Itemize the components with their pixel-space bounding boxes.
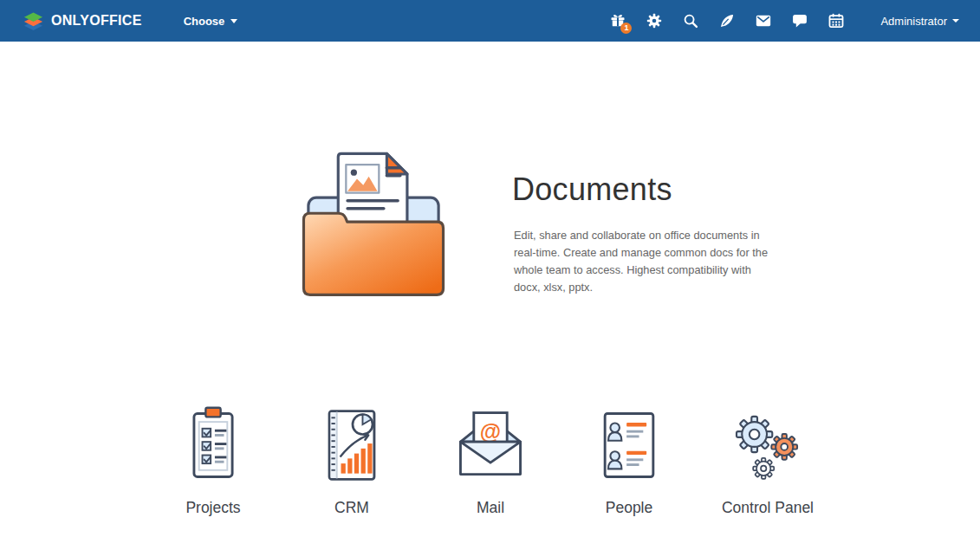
- module-label: CRM: [334, 499, 369, 517]
- control-panel-icon: [726, 404, 809, 487]
- module-control-panel[interactable]: Control Panel: [704, 404, 832, 517]
- talk-button[interactable]: [790, 12, 808, 30]
- mail-module-icon: @: [449, 404, 532, 487]
- module-mail[interactable]: @ Mail: [426, 404, 555, 517]
- mail-icon: [755, 12, 772, 29]
- module-title[interactable]: Documents: [512, 171, 772, 208]
- top-navbar: ONLYOFFICE Choose 1: [0, 0, 980, 42]
- feed-button[interactable]: [717, 12, 736, 30]
- documents-hero: Documents Edit, share and collaborate on…: [299, 149, 772, 306]
- gift-button[interactable]: 1: [608, 12, 626, 30]
- search-icon: [682, 12, 699, 29]
- user-name: Administrator: [880, 15, 947, 28]
- choose-label: Choose: [184, 15, 225, 28]
- module-label: Projects: [185, 499, 240, 517]
- chat-icon: [791, 12, 808, 29]
- module-label: Control Panel: [722, 499, 814, 517]
- choose-dropdown[interactable]: Choose: [184, 15, 238, 28]
- user-menu[interactable]: Administrator: [880, 15, 959, 28]
- brand-name: ONLYOFFICE: [51, 13, 142, 29]
- navbar-right: 1: [608, 12, 959, 30]
- module-label: People: [606, 499, 653, 517]
- feed-icon: [718, 12, 736, 29]
- settings-button[interactable]: [645, 12, 663, 30]
- modules-nav: Projects: [149, 404, 832, 517]
- projects-icon: [172, 404, 255, 487]
- chevron-down-icon: [230, 19, 237, 23]
- calendar-icon: [827, 12, 845, 29]
- people-icon: [587, 404, 671, 487]
- module-description: Edit, share and collaborate on office do…: [514, 227, 772, 296]
- crm-icon: [310, 404, 393, 487]
- module-projects[interactable]: Projects: [149, 404, 277, 517]
- documents-illustration[interactable]: [299, 149, 448, 306]
- gear-icon: [646, 12, 663, 29]
- mail-button[interactable]: [754, 12, 772, 30]
- calendar-button[interactable]: [827, 12, 845, 30]
- module-label: Mail: [477, 499, 504, 517]
- documents-copy: Documents Edit, share and collaborate on…: [512, 149, 772, 306]
- module-crm[interactable]: CRM: [288, 404, 416, 517]
- gift-badge: 1: [620, 23, 632, 34]
- search-button[interactable]: [681, 12, 699, 30]
- at-symbol: @: [480, 419, 501, 443]
- module-people[interactable]: People: [565, 404, 693, 517]
- onlyoffice-logo-icon: [23, 11, 44, 31]
- documents-folder-icon: [299, 149, 448, 306]
- navbar-left: ONLYOFFICE Choose: [23, 11, 237, 31]
- onlyoffice-logo[interactable]: ONLYOFFICE: [23, 11, 142, 31]
- chevron-down-icon: [952, 19, 959, 23]
